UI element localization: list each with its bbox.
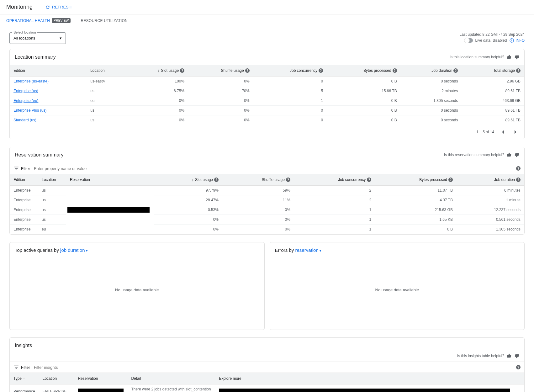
help-icon[interactable]: ? [393,68,397,73]
thumbs-down-icon[interactable] [514,55,519,60]
cell-storage: 2.96 GB [462,77,524,86]
cell-job: 1 [294,205,375,215]
reservation-summary-table: Edition Location Reservation ↓Slot usage… [10,174,524,234]
help-icon[interactable]: ? [516,177,521,182]
tab-operational-health[interactable]: OPERATIONAL HEALTH PREVIEW [6,14,71,27]
cell-bytes: 0 B [327,115,401,125]
cell-slot: 0.53% [154,205,222,215]
location-summary-table: Edition Location ↓Slot usage? Shuffle us… [10,65,524,125]
thumbs-up-icon[interactable] [507,152,512,157]
cell-shuffle: 0% [222,205,294,215]
location-summary-title: Location summary [15,54,56,60]
table-row: Enterprise (us) us 6.75% 70% 5 15.66 TB … [10,86,524,96]
help-icon[interactable]: ? [516,68,521,73]
table-row: Enterprise us 97.79% 59% 2 11.07 TB 6 mi… [10,186,524,195]
refresh-icon [45,5,50,10]
help-icon[interactable]: ? [448,177,453,182]
col-detail[interactable]: Detail [127,373,215,384]
errors-dropdown[interactable]: reservation [295,247,321,253]
cell-slot: 97.79% [154,186,222,195]
col-duration[interactable]: Job duration? [457,174,524,186]
cell-duration: 6 minutes [457,186,524,195]
tab-resource-utilization[interactable]: RESOURCE UTILIZATION [81,14,128,27]
sort-up-icon: ↑ [23,376,25,381]
insights-table: Type↑ Location Reservation Detail Explor… [10,373,524,392]
refresh-button[interactable]: REFRESH [45,5,71,10]
cell-slot: 100% [126,77,188,86]
help-icon[interactable]: ? [516,365,521,369]
prev-page-button[interactable] [499,128,507,136]
col-reservation[interactable]: Reservation [66,174,154,186]
help-icon[interactable]: ? [180,68,184,73]
cell-duration: 2 minutes [401,86,462,96]
col-storage[interactable]: Total storage? [462,65,524,77]
thumbs-down-icon[interactable] [514,353,519,358]
help-icon[interactable]: ? [453,68,458,73]
col-reservation[interactable]: Reservation [74,373,127,384]
queries-dropdown[interactable]: job duration [60,247,87,253]
help-icon[interactable]: ? [286,177,290,182]
thumbs-up-icon[interactable] [507,55,512,60]
page-title: Monitoring [6,4,33,10]
cell-location: eu [38,225,66,234]
edition-link[interactable]: Enterprise (eu) [13,98,38,103]
cell-bytes: 0 B [327,106,401,115]
thumbs-down-icon[interactable] [514,152,519,157]
cell-location: us [87,86,126,96]
cell-slot: 0% [126,115,188,125]
col-type[interactable]: Type↑ [10,373,39,384]
reservation-filter-input[interactable] [34,166,516,171]
preview-badge: PREVIEW [52,18,71,23]
reservation-helpful-text: Is this reservation summary helpful? [444,153,504,157]
redacted-reservation [67,207,150,213]
cell-shuffle: 0% [188,106,253,115]
cell-storage: 89.61 TB [462,115,524,125]
help-icon[interactable]: ? [367,177,371,182]
cell-bytes: 4.37 TB [375,195,457,205]
table-row: Standard (us) us 0% 0% 0 0 B 0 seconds 8… [10,115,524,125]
help-icon[interactable]: ? [214,177,219,182]
col-job[interactable]: Job concurrency? [294,174,375,186]
cell-shuffle: 70% [188,86,253,96]
insights-filter-input[interactable] [34,365,516,370]
location-select[interactable]: Select location All locations ▾ [9,32,66,44]
edition-link[interactable]: Standard (us) [13,118,36,122]
cell-duration: 0 seconds [401,106,462,115]
help-icon[interactable]: ? [245,68,250,73]
edition-link[interactable]: Enterprise Plus (us) [13,108,46,113]
cell-slot: 0% [154,225,222,234]
cell-shuffle: 59% [222,186,294,195]
edition-link[interactable]: Enterprise (us-east4) [13,79,49,83]
redacted-explore [219,389,510,392]
col-bytes[interactable]: Bytes processed? [327,65,401,77]
col-slot[interactable]: ↓Slot usage? [126,65,188,77]
filter-label: Filter [21,166,30,171]
col-bytes[interactable]: Bytes processed? [375,174,457,186]
help-icon[interactable]: ? [516,166,521,171]
cell-shuffle: 0% [188,96,253,106]
col-explore[interactable]: Explore more [215,373,514,384]
errors-title-prefix: Errors by [275,247,295,253]
col-shuffle[interactable]: Shuffle usage? [188,65,253,77]
col-job[interactable]: Job concurrency? [253,65,327,77]
col-location[interactable]: Location [39,373,74,384]
col-duration[interactable]: Job duration? [401,65,462,77]
col-edition[interactable]: Edition [10,65,87,77]
thumbs-up-icon[interactable] [507,353,512,358]
cell-job: 1 [294,215,375,225]
col-location[interactable]: Location [38,174,66,186]
col-edition[interactable]: Edition [10,174,38,186]
col-location[interactable]: Location [87,65,126,77]
info-button[interactable]: INFO [509,38,525,43]
location-helpful-text: Is this location summary helpful? [450,55,504,59]
next-page-button[interactable] [512,128,519,136]
edition-link[interactable]: Enterprise (us) [13,89,38,93]
cell-location: ENTERPRISE… [39,384,74,392]
col-shuffle[interactable]: Shuffle usage? [222,174,294,186]
live-data-toggle[interactable] [465,38,473,43]
col-slot[interactable]: ↓Slot usage? [154,174,222,186]
cell-job: 1 [294,225,375,234]
help-icon[interactable]: ? [319,68,323,73]
expand-row-button[interactable]: ⌄ [514,384,524,392]
cell-slot: 6.75% [126,86,188,96]
